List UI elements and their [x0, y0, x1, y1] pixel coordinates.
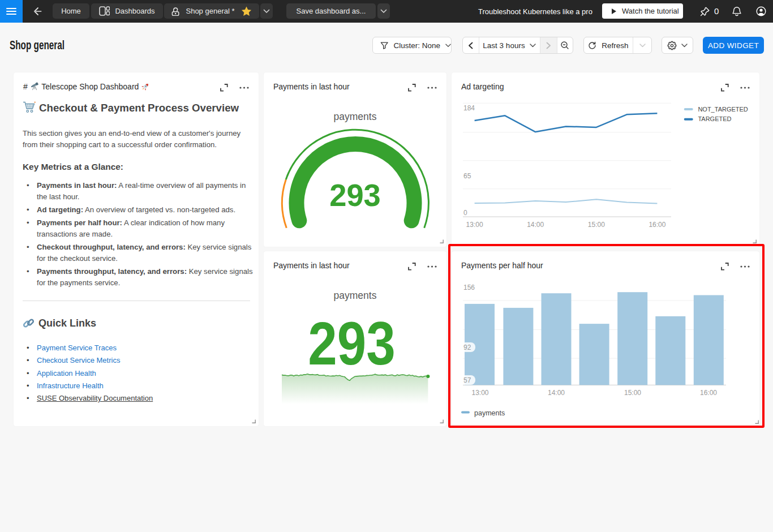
- svg-text:TARGETED: TARGETED: [698, 115, 731, 122]
- svg-text:14:00: 14:00: [527, 221, 544, 229]
- svg-text:14:00: 14:00: [548, 389, 565, 397]
- svg-text:NOT_TARGETED: NOT_TARGETED: [698, 106, 748, 113]
- svg-text:13:00: 13:00: [466, 221, 483, 229]
- svg-text:16:00: 16:00: [700, 389, 717, 397]
- svg-text:184: 184: [463, 104, 475, 112]
- svg-text:16:00: 16:00: [649, 221, 665, 229]
- svg-text:15:00: 15:00: [588, 221, 605, 229]
- svg-text:57: 57: [463, 376, 471, 384]
- svg-text:0: 0: [463, 209, 467, 217]
- svg-text:13:00: 13:00: [471, 389, 488, 397]
- svg-text:15:00: 15:00: [624, 389, 641, 397]
- svg-text:92: 92: [463, 344, 471, 351]
- svg-text:payments: payments: [474, 409, 505, 417]
- svg-text:156: 156: [463, 284, 475, 291]
- svg-text:65: 65: [463, 172, 471, 180]
